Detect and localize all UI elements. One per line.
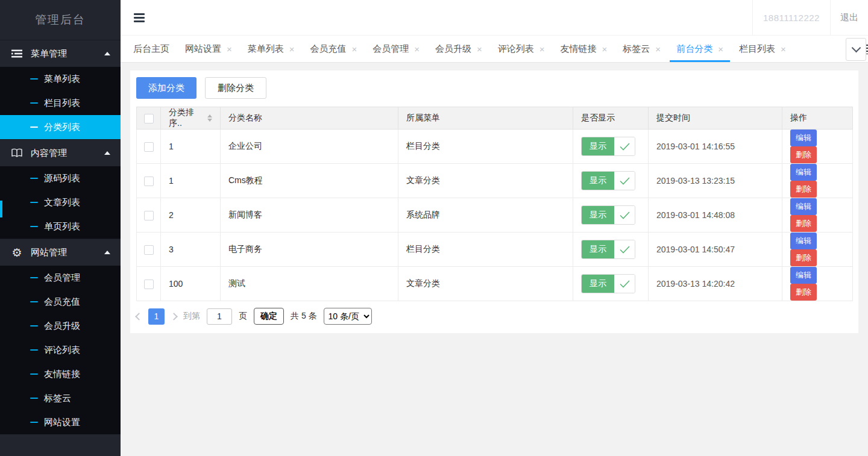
tab-column-list[interactable]: 栏目列表× <box>731 36 794 62</box>
next-page-icon[interactable] <box>170 313 178 320</box>
row-checkbox[interactable] <box>144 176 154 186</box>
delete-category-button[interactable]: 删除分类 <box>205 77 266 99</box>
add-category-button[interactable]: 添加分类 <box>136 77 197 99</box>
sidebar-item-member-manage[interactable]: 会员管理 <box>0 266 121 290</box>
tab-close-icon[interactable]: × <box>655 45 661 54</box>
delete-button[interactable]: 删除 <box>790 284 817 301</box>
cell-menu: 栏目分类 <box>398 130 573 164</box>
submenu-content-management: 源码列表 文章列表 单页列表 <box>0 166 121 239</box>
per-page-select[interactable]: 10 条/页 <box>324 308 372 325</box>
tab-close-icon[interactable]: × <box>352 45 357 54</box>
tab-front-category[interactable]: 前台分类× <box>668 36 731 62</box>
visibility-label: 显示 <box>582 240 614 258</box>
sidebar-item-tag-cloud[interactable]: 标签云 <box>0 386 121 410</box>
topbar-right: 18811112222 退出 <box>752 0 868 35</box>
select-all-checkbox[interactable] <box>144 114 154 123</box>
visibility-label: 显示 <box>582 172 614 190</box>
sidebar-item-source-list[interactable]: 源码列表 <box>0 166 121 190</box>
dash-icon <box>30 301 38 302</box>
dash-icon <box>30 277 38 278</box>
sidebar-group-menu-management[interactable]: 菜单管理 <box>0 40 121 67</box>
tab-comment-list[interactable]: 评论列表× <box>490 36 553 62</box>
edit-button[interactable]: 编辑 <box>790 198 817 215</box>
delete-button[interactable]: 删除 <box>790 249 817 266</box>
confirm-page-button[interactable]: 确定 <box>254 308 284 325</box>
tab-close-icon[interactable]: × <box>602 45 608 54</box>
user-phone[interactable]: 18811112222 <box>752 0 831 35</box>
dash-icon <box>30 398 38 399</box>
tab-site-settings[interactable]: 网站设置× <box>177 36 240 62</box>
dash-icon <box>30 226 38 227</box>
delete-button[interactable]: 删除 <box>790 181 817 198</box>
tab-close-icon[interactable]: × <box>718 45 723 54</box>
sidebar-item-menu-list[interactable]: 菜单列表 <box>0 67 121 91</box>
tabbar: 后台主页 网站设置× 菜单列表× 会员充值× 会员管理× 会员升级× 评论列表×… <box>121 36 868 63</box>
tab-close-icon[interactable]: × <box>227 45 232 54</box>
cell-time: 2019-03-01 14:50:47 <box>649 233 782 267</box>
delete-button[interactable]: 删除 <box>790 215 817 232</box>
tab-member-recharge[interactable]: 会员充值× <box>303 36 365 62</box>
dash-icon <box>30 102 38 104</box>
sidebar-scrollbar-thumb[interactable] <box>0 201 2 217</box>
visibility-toggle[interactable]: 显示 <box>581 205 635 225</box>
delete-button[interactable]: 删除 <box>790 146 817 163</box>
dash-icon <box>30 373 38 375</box>
sidebar-item-column-list[interactable]: 栏目列表 <box>0 91 121 115</box>
sidebar-group-content-management[interactable]: 内容管理 <box>0 139 121 166</box>
sidebar-item-category-list[interactable]: 分类列表 <box>0 115 121 139</box>
sidebar-group-site-management[interactable]: ⚙ 网站管理 <box>0 239 121 266</box>
prev-page-icon[interactable] <box>135 313 143 320</box>
cell-order: 3 <box>161 233 221 267</box>
tab-close-icon[interactable]: × <box>289 45 295 54</box>
tab-close-icon[interactable]: × <box>477 45 482 54</box>
visibility-toggle[interactable]: 显示 <box>581 137 635 156</box>
collapse-arrow-icon <box>104 52 110 55</box>
tab-close-icon[interactable]: × <box>539 45 545 54</box>
hamburger-menu-icon[interactable] <box>134 11 145 24</box>
page-number-input[interactable] <box>207 308 232 325</box>
dash-icon <box>30 178 38 179</box>
visibility-toggle[interactable]: 显示 <box>581 274 635 293</box>
total-count-label: 共 5 条 <box>291 311 317 322</box>
sidebar-item-comment-list[interactable]: 评论列表 <box>0 338 121 362</box>
tab-home[interactable]: 后台主页 <box>125 36 177 62</box>
app-title: 管理后台 <box>0 0 121 40</box>
edit-button[interactable]: 编辑 <box>790 233 817 249</box>
tab-close-icon[interactable]: × <box>781 45 786 54</box>
sidebar-group-label: 菜单管理 <box>31 48 67 60</box>
tab-close-icon[interactable]: × <box>414 45 420 54</box>
sidebar-item-friend-links[interactable]: 友情链接 <box>0 362 121 386</box>
cell-menu: 文章分类 <box>398 267 573 301</box>
tab-member-manage[interactable]: 会员管理× <box>365 36 427 62</box>
row-checkbox[interactable] <box>144 280 154 289</box>
header-name: 分类名称 <box>221 107 398 130</box>
sort-icon[interactable] <box>207 114 212 122</box>
edit-button[interactable]: 编辑 <box>790 130 817 146</box>
tab-tag-cloud[interactable]: 标签云× <box>615 36 668 62</box>
row-checkbox[interactable] <box>144 245 154 255</box>
edit-button[interactable]: 编辑 <box>790 267 817 284</box>
sidebar-item-member-upgrade[interactable]: 会员升级 <box>0 314 121 338</box>
sidebar-item-member-recharge[interactable]: 会员充值 <box>0 290 121 314</box>
visibility-toggle[interactable]: 显示 <box>581 240 635 259</box>
sidebar-item-page-list[interactable]: 单页列表 <box>0 214 121 239</box>
row-checkbox[interactable] <box>144 142 154 152</box>
menu-icon <box>11 49 23 58</box>
visibility-toggle[interactable]: 显示 <box>581 171 635 190</box>
current-page-button[interactable]: 1 <box>148 308 165 325</box>
tab-menu-list[interactable]: 菜单列表× <box>240 36 303 62</box>
sidebar-item-article-list[interactable]: 文章列表 <box>0 190 121 214</box>
table-row: 3 电子商务 栏目分类 显示 2019-03-01 14:50:47 编辑 删除 <box>137 233 853 267</box>
cell-order: 1 <box>161 164 221 198</box>
logout-button[interactable]: 退出 <box>831 0 868 35</box>
row-checkbox[interactable] <box>144 211 154 220</box>
tab-friend-links[interactable]: 友情链接× <box>553 36 615 62</box>
edit-button[interactable]: 编辑 <box>790 164 817 181</box>
tab-overflow-dropdown-button[interactable] <box>846 38 866 61</box>
header-order[interactable]: 分类排序.. <box>161 107 221 130</box>
collapse-arrow-icon <box>104 251 110 254</box>
sidebar-item-site-settings[interactable]: 网站设置 <box>0 410 121 434</box>
tab-member-upgrade[interactable]: 会员升级× <box>427 36 490 62</box>
sidebar: 管理后台 菜单管理 菜单列表 栏目列表 分类列表 内容管理 源码列表 文章列表 … <box>0 0 121 456</box>
category-panel: 添加分类 删除分类 分类排序.. 分类名称 所属菜 <box>130 70 858 333</box>
